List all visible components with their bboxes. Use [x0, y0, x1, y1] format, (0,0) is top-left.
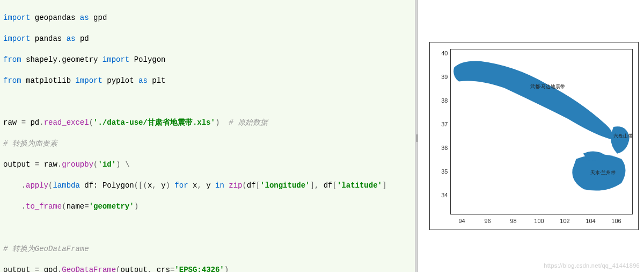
ytick: 37 — [437, 121, 448, 127]
matplotlib-figure: 武都-马边地震带 六盘山带 天水-兰州带 40 39 38 37 36 35 3… — [429, 42, 639, 230]
xtick: 106 — [611, 218, 621, 224]
xtick: 94 — [458, 218, 465, 224]
map-label: 天水-兰州带 — [590, 169, 616, 176]
xtick: 100 — [534, 218, 544, 224]
ytick: 39 — [437, 74, 448, 80]
plot-axes: 武都-马边地震带 六盘山带 天水-兰州带 — [450, 49, 633, 214]
ytick: 40 — [437, 50, 448, 56]
map-polygons — [451, 49, 632, 214]
ytick: 34 — [437, 192, 448, 198]
watermark: https://blog.csdn.net/qq_41441896 — [544, 262, 640, 269]
xtick: 102 — [560, 218, 569, 224]
xtick: 104 — [586, 218, 595, 224]
ytick: 36 — [437, 145, 448, 151]
map-label: 武都-马边地震带 — [530, 83, 566, 90]
ytick: 35 — [437, 168, 448, 175]
code-line: import geopandas as gpd — [3, 13, 415, 24]
xtick: 98 — [510, 218, 516, 224]
plot-pane: 武都-马边地震带 六盘山带 天水-兰州带 40 39 38 37 36 35 3… — [418, 0, 644, 272]
code-editor: import geopandas as gpd import pandas as… — [0, 0, 415, 272]
xtick: 96 — [484, 218, 491, 224]
map-label: 六盘山带 — [613, 133, 633, 140]
ytick: 38 — [437, 97, 448, 104]
